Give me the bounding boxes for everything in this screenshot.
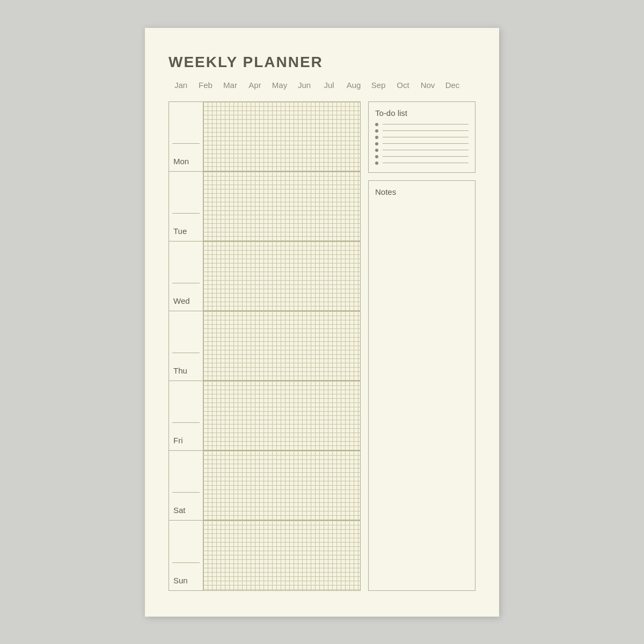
day-grid-area[interactable] [203, 521, 360, 590]
todo-item[interactable] [375, 149, 469, 152]
bullet-icon [375, 155, 378, 158]
day-label-col: Sun [169, 521, 203, 590]
day-row: Tue [169, 172, 360, 241]
month-label: Feb [193, 80, 218, 90]
todo-line [383, 156, 469, 157]
notes-title: Notes [375, 187, 469, 196]
day-separator [172, 283, 200, 283]
day-label-col: Wed [169, 241, 203, 311]
todo-item[interactable] [375, 136, 469, 139]
month-label: Dec [440, 80, 465, 90]
todo-line [383, 143, 469, 144]
day-label: Fri [173, 436, 203, 445]
bullet-icon [375, 129, 378, 133]
day-separator [172, 492, 200, 493]
todo-item[interactable] [375, 123, 469, 126]
day-label-col: Mon [169, 102, 203, 171]
day-separator [172, 143, 200, 144]
todo-line [383, 150, 469, 150]
day-grid-area[interactable] [203, 102, 360, 171]
todo-item[interactable] [375, 162, 469, 165]
day-label-col: Tue [169, 172, 203, 241]
todo-line [383, 137, 469, 137]
day-row: Sat [169, 451, 360, 521]
month-row: JanFebMarAprMayJunJulAugSepOctNovDec [169, 80, 475, 90]
day-separator [172, 353, 200, 353]
notes-content[interactable] [375, 202, 469, 584]
month-label: Apr [243, 80, 267, 90]
day-label-col: Sat [169, 451, 203, 520]
month-label: Mar [218, 80, 243, 90]
day-grid-area[interactable] [203, 381, 360, 450]
day-row: Fri [169, 381, 360, 451]
day-row: Sun [169, 521, 360, 590]
month-label: Nov [415, 80, 440, 90]
day-separator [172, 562, 200, 563]
day-label: Sat [173, 506, 203, 515]
day-row: Thu [169, 311, 360, 381]
bullet-icon [375, 142, 378, 145]
notes-box: Notes [368, 180, 475, 591]
day-label-col: Thu [169, 311, 203, 380]
bullet-icon [375, 149, 378, 152]
month-label: Jun [292, 80, 317, 90]
todo-item[interactable] [375, 129, 469, 133]
day-grid-area[interactable] [203, 451, 360, 520]
todo-item[interactable] [375, 142, 469, 145]
bullet-icon [375, 123, 378, 126]
bullet-icon [375, 162, 378, 165]
todo-line [383, 163, 469, 163]
schedule-grid: MonTueWedThuFriSatSun [169, 101, 361, 591]
day-grid-area[interactable] [203, 241, 360, 311]
day-separator [172, 422, 200, 423]
todo-title: To-do list [375, 108, 469, 118]
day-row: Wed [169, 241, 360, 311]
day-row: Mon [169, 102, 360, 172]
todo-item[interactable] [375, 155, 469, 158]
page-title: WEEKLY PLANNER [169, 54, 475, 71]
day-grid-area[interactable] [203, 172, 360, 241]
main-content: MonTueWedThuFriSatSun To-do list Notes [169, 101, 475, 591]
day-label-col: Fri [169, 381, 203, 450]
day-separator [172, 213, 200, 214]
planner-page: WEEKLY PLANNER JanFebMarAprMayJunJulAugS… [145, 28, 499, 617]
month-label: May [267, 80, 292, 90]
day-label: Wed [173, 296, 203, 305]
month-label: Oct [391, 80, 415, 90]
month-label: Jul [317, 80, 341, 90]
day-label: Mon [173, 157, 203, 166]
month-label: Aug [341, 80, 366, 90]
day-label: Sun [173, 576, 203, 585]
day-label: Tue [173, 226, 203, 236]
bullet-icon [375, 136, 378, 139]
todo-line [383, 124, 469, 125]
todo-line [383, 130, 469, 131]
month-label: Jan [169, 80, 193, 90]
month-label: Sep [366, 80, 391, 90]
todo-box: To-do list [368, 101, 475, 173]
day-label: Thu [173, 366, 203, 375]
day-grid-area[interactable] [203, 311, 360, 380]
sidebar: To-do list Notes [368, 101, 475, 591]
